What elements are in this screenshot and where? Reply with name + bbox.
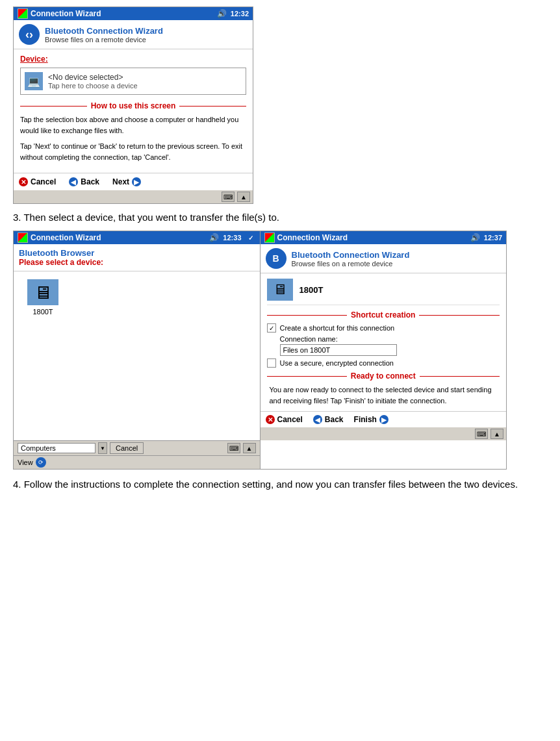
top-panel-body: Device: 💻 <No device selected> Tap here … (14, 49, 253, 173)
right-chevron-icon[interactable]: ▲ (490, 429, 503, 439)
shortcut-line-left (267, 315, 348, 316)
left-title-text: Connection Wizard (31, 233, 101, 242)
right-taskbar: ⌨ ▲ (261, 427, 507, 440)
top-header-text: Bluetooth Connection Wizard Browse files… (45, 26, 163, 44)
left-panel: Connection Wizard 🔊 12:33 ✓ Bluetooth Br… (14, 231, 261, 469)
right-cancel-button[interactable]: ✕ Cancel (266, 415, 303, 424)
left-title-bar: Connection Wizard 🔊 12:33 ✓ (14, 231, 260, 244)
shortcut-section: Shortcut creation ✓ Create a shortcut fo… (267, 310, 500, 368)
how-to-title: How to use this screen (91, 101, 176, 110)
next-label: Next (112, 177, 129, 186)
cancel-label: Cancel (31, 177, 56, 186)
dropdown-arrow-icon[interactable]: ▼ (98, 442, 107, 454)
panels-row: Connection Wizard 🔊 12:33 ✓ Bluetooth Br… (13, 231, 507, 470)
footer-left: Computers ▼ Cancel (18, 442, 144, 454)
divider-line-left (20, 106, 87, 107)
top-panel-buttons: ✕ Cancel ◀ Back Next ▶ (14, 173, 253, 190)
left-keyboard-icon[interactable]: ⌨ (227, 443, 240, 453)
left-header-subtitle: Please select a device: (19, 258, 103, 267)
secure-connection-row[interactable]: Use a secure, encrypted connection (267, 358, 500, 368)
narrative-2: 4. Follow the instructions to complete t… (13, 477, 547, 492)
divider-line-right (179, 106, 246, 107)
left-win-logo (18, 232, 28, 243)
right-back-button[interactable]: ◀ Back (313, 415, 344, 424)
computers-dropdown[interactable]: Computers (18, 443, 95, 453)
device-item-1800t[interactable]: 🖥 1800T (20, 277, 66, 318)
cancel-icon: ✕ (19, 177, 28, 186)
right-speaker-icon: 🔊 (470, 233, 480, 242)
shortcut-title: Shortcut creation (351, 310, 415, 320)
right-title-bar-left: Connection Wizard (264, 232, 348, 243)
view-label: View (18, 458, 33, 466)
cancel-button[interactable]: ✕ Cancel (19, 177, 56, 186)
footer-right: ⌨ ▲ (227, 443, 256, 453)
title-bar-right: 🔊 12:32 (217, 9, 249, 18)
shortcut-divider: Shortcut creation (267, 310, 500, 320)
top-panel-header: ‹› Bluetooth Connection Wizard Browse fi… (14, 20, 253, 49)
right-keyboard-icon[interactable]: ⌨ (475, 429, 488, 439)
right-title-text: Connection Wizard (277, 233, 348, 242)
top-time: 12:32 (231, 10, 249, 18)
no-device-text: <No device selected> (48, 73, 138, 82)
next-button[interactable]: Next ▶ (112, 177, 141, 186)
right-title-bar-right: 🔊 12:37 (470, 233, 502, 242)
create-shortcut-checkbox[interactable]: ✓ (267, 323, 276, 333)
left-speaker-icon: 🔊 (209, 233, 219, 242)
left-panel-footer: Computers ▼ Cancel ⌨ ▲ (14, 440, 260, 455)
right-panel-header: B Bluetooth Connection Wizard Browse fil… (261, 244, 507, 273)
secure-label: Use a secure, encrypted connection (280, 359, 394, 367)
right-device-name: 1800T (299, 285, 324, 295)
how-to-section: How to use this screen Tap the selection… (20, 101, 246, 162)
top-title-bar: Connection Wizard 🔊 12:32 (14, 7, 253, 20)
title-bar-left: Connection Wizard (18, 8, 101, 19)
right-cancel-label: Cancel (277, 415, 303, 424)
conn-name-input[interactable] (280, 344, 397, 356)
right-header-text: Bluetooth Connection Wizard Browse files… (292, 250, 410, 268)
right-win-logo (264, 232, 275, 243)
device-icon: 💻 (25, 72, 43, 90)
browser-body: 🖥 1800T (14, 271, 260, 440)
right-bluetooth-icon: B (266, 248, 286, 269)
top-title-text: Connection Wizard (31, 9, 101, 18)
left-time: 12:33 (223, 234, 241, 242)
left-title-bar-right: 🔊 12:33 ✓ (209, 232, 255, 243)
right-device-info: 🖥 1800T (267, 279, 500, 305)
right-header-title: Bluetooth Connection Wizard (292, 250, 410, 260)
right-back-icon: ◀ (313, 415, 322, 424)
bluetooth-icon-large: ‹› (19, 24, 40, 45)
ready-line-left (267, 376, 347, 377)
device-section-label: Device: (20, 55, 246, 64)
device-selector[interactable]: 💻 <No device selected> Tap here to choos… (20, 68, 246, 95)
create-shortcut-row[interactable]: ✓ Create a shortcut for this connection (267, 323, 500, 333)
view-icon[interactable]: ⟳ (36, 457, 46, 468)
right-header-subtitle: Browse files on a remote device (292, 260, 410, 268)
view-taskbar: View ⟳ (14, 455, 260, 469)
shortcut-line-right (419, 315, 500, 316)
ready-line-right (420, 376, 500, 377)
next-icon: ▶ (132, 177, 141, 186)
right-panel-body: 🖥 1800T Shortcut creation ✓ Create a sho… (261, 273, 507, 411)
top-taskbar: ⌨ ▲ (14, 190, 253, 203)
left-header-text: Bluetooth Browser Please select a device… (19, 248, 103, 267)
narrative-1: 3. Then select a device, that you went t… (13, 212, 547, 223)
back-label: Back (81, 177, 99, 186)
left-cancel-button[interactable]: Cancel (110, 442, 144, 454)
keyboard-icon[interactable]: ⌨ (222, 192, 235, 202)
right-finish-button[interactable]: Finish ▶ (354, 415, 388, 424)
right-title-bar: Connection Wizard 🔊 12:37 (261, 231, 507, 244)
right-panel-buttons: ✕ Cancel ◀ Back Finish ▶ (261, 411, 507, 427)
computer-icon: 🖥 (27, 279, 58, 305)
secure-checkbox[interactable] (267, 358, 276, 368)
tap-to-choose-text: Tap here to choose a device (48, 82, 138, 90)
top-header-title: Bluetooth Connection Wizard (45, 26, 163, 36)
right-back-label: Back (325, 415, 344, 424)
how-to-divider: How to use this screen (20, 101, 246, 110)
right-cancel-icon: ✕ (266, 415, 275, 424)
ok-badge: ✓ (246, 232, 256, 243)
back-icon: ◀ (69, 177, 78, 186)
back-button[interactable]: ◀ Back (69, 177, 99, 186)
windows-logo-icon (18, 8, 28, 19)
how-to-para1: Tap the selection box above and choose a… (20, 114, 246, 136)
left-chevron-icon[interactable]: ▲ (243, 443, 256, 453)
chevron-icon[interactable]: ▲ (237, 192, 250, 202)
